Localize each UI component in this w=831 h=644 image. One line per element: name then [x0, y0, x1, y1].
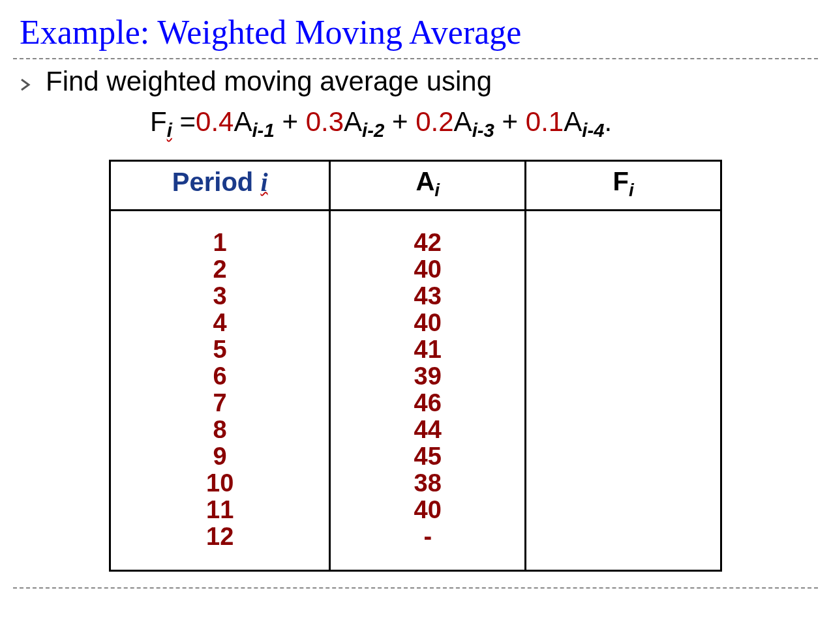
- A-value: 42: [414, 229, 442, 256]
- period-value: 9: [213, 443, 227, 470]
- formula-F: F: [150, 106, 167, 137]
- plus-0: +: [275, 106, 306, 137]
- formula-F-sub: i: [167, 119, 172, 141]
- header-A-text: A: [416, 167, 434, 196]
- coef-1: 0.3: [306, 106, 344, 137]
- A-value: 46: [414, 390, 442, 417]
- header-A-sub: i: [434, 180, 440, 200]
- table-header-row: Period i Ai Fi: [110, 161, 721, 211]
- A-value: 40: [414, 497, 442, 523]
- period-value: 2: [213, 256, 227, 283]
- sub-2: i-3: [472, 119, 494, 141]
- sub-3: i-4: [582, 119, 604, 141]
- period-value: 11: [206, 497, 234, 523]
- cell-F: [526, 211, 721, 571]
- period-values: 1 2 3 4 5 6 7 8 9 10 11 12: [111, 229, 329, 550]
- period-value: 12: [206, 523, 234, 550]
- sub-0: i-1: [252, 119, 274, 141]
- coef-0: 0.4: [196, 106, 234, 137]
- period-value: 5: [213, 336, 227, 363]
- period-value: 8: [213, 417, 227, 443]
- cell-period: 1 2 3 4 5 6 7 8 9 10 11 12: [110, 211, 330, 571]
- divider-bottom: [13, 587, 818, 589]
- period-value: 7: [213, 390, 227, 417]
- header-period-text: Period: [172, 168, 261, 196]
- header-F-sub: i: [629, 180, 634, 200]
- A-value: 39: [414, 363, 442, 390]
- table-row: 1 2 3 4 5 6 7 8 9 10 11 12: [110, 211, 721, 571]
- period-value: 4: [213, 310, 227, 336]
- A-value: 41: [414, 336, 442, 363]
- A-value: -: [423, 523, 432, 550]
- header-period-i: i: [260, 168, 267, 197]
- A-3: A: [564, 106, 582, 137]
- header-F: Fi: [526, 161, 721, 211]
- coef-3: 0.1: [526, 106, 564, 137]
- coef-2: 0.2: [416, 106, 453, 137]
- bullet-row: Find weighted moving average using: [0, 66, 831, 97]
- A-value: 43: [414, 283, 442, 310]
- formula: Fi =0.4Ai-1 + 0.3Ai-2 + 0.2Ai-3 + 0.1Ai-…: [0, 106, 831, 138]
- plus-2: +: [494, 106, 526, 137]
- A-0: A: [234, 106, 252, 137]
- A-value: 45: [414, 443, 442, 470]
- data-table: Period i Ai Fi 1 2 3 4 5: [109, 160, 722, 572]
- A-2: A: [454, 106, 472, 137]
- formula-period: .: [605, 106, 612, 137]
- bullet-text: Find weighted moving average using: [46, 66, 492, 97]
- slide-title: Example: Weighted Moving Average: [0, 0, 831, 58]
- A-value: 40: [414, 310, 442, 336]
- A-1: A: [344, 106, 362, 137]
- cell-A: 42 40 43 40 41 39 46 44 45 38 40 -: [330, 211, 526, 571]
- chevron-right-icon: [20, 79, 31, 91]
- formula-eq: =: [172, 106, 196, 137]
- period-value: 1: [213, 229, 227, 256]
- header-period: Period i: [110, 161, 330, 211]
- header-A: Ai: [330, 161, 526, 211]
- period-value: 6: [213, 363, 227, 390]
- header-F-text: F: [612, 167, 628, 196]
- period-value: 3: [213, 283, 227, 310]
- A-value: 44: [414, 417, 442, 443]
- A-value: 38: [414, 470, 442, 497]
- divider-top: [13, 58, 818, 59]
- A-values: 42 40 43 40 41 39 46 44 45 38 40 -: [331, 229, 524, 550]
- plus-1: +: [384, 106, 416, 137]
- period-value: 10: [206, 470, 234, 497]
- sub-1: i-2: [362, 119, 384, 141]
- data-table-wrap: Period i Ai Fi 1 2 3 4 5: [109, 160, 722, 572]
- A-value: 40: [414, 256, 442, 283]
